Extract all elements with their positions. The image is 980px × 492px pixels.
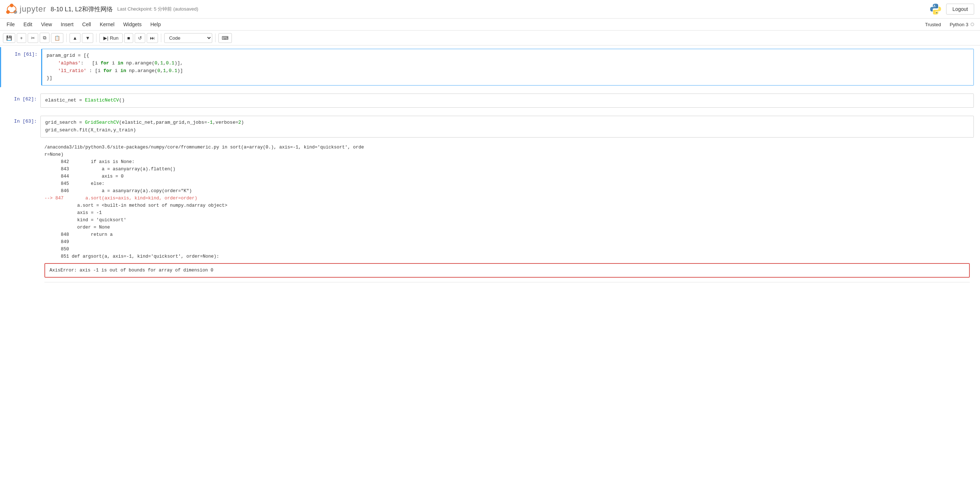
output-63-prompt [0,141,40,283]
paste-button[interactable]: 📋 [51,33,64,43]
save-icon: 💾 [6,35,12,41]
cell-61-code: param_grid = [{ 'alphas': [i for i in np… [42,49,974,85]
cell-type-select[interactable]: Code Markdown Raw NBConvert [164,33,212,43]
logout-button[interactable]: Logout [946,4,974,14]
cell-61[interactable]: In [61]: param_grid = [{ 'alphas': [i fo… [0,47,980,87]
cell-62-input: In [62]: elastic_net = ElasticNetCV() [0,92,980,109]
error-message-box: AxisError: axis -1 is out of bounds for … [45,263,970,278]
toolbar-sep-2 [96,33,97,42]
python-logo-icon [929,3,942,15]
restart-run-button[interactable]: ⏭ [147,33,158,43]
copy-icon: ⧉ [43,35,46,41]
keyboard-shortcut-button[interactable]: ⌨ [218,33,232,43]
traceback-line-7: 846 a = asanyarray(a).copy(order="K") [45,187,970,195]
stop-button[interactable]: ■ [124,33,134,43]
stop-icon: ■ [127,35,130,41]
menu-edit[interactable]: Edit [20,20,36,29]
menu-widgets[interactable]: Widgets [119,20,145,29]
cell-63-prompt: In [63]: [0,116,40,138]
cut-button[interactable]: ✂ [28,33,38,43]
svg-point-5 [936,13,937,13]
save-button[interactable]: 💾 [3,33,15,43]
menu-view[interactable]: View [38,20,56,29]
cell-63-input: In [63]: grid_search = GridSearchCV(elas… [0,114,980,139]
menu-cell[interactable]: Cell [79,20,95,29]
run-icon: ▶| [103,35,108,41]
move-down-button[interactable]: ▼ [82,33,93,43]
notebook-content: In [61]: param_grid = [{ 'alphas': [i fo… [0,47,980,283]
cell-61-prompt: In [61]: [1,49,41,86]
menubar: File Edit View Insert Cell Kernel Widget… [0,19,980,30]
cell-63[interactable]: In [63]: grid_search = GridSearchCV(elas… [0,114,980,140]
move-up-button[interactable]: ▲ [70,33,81,43]
traceback-line-5: 844 axis = 0 [45,173,970,180]
cut-icon: ✂ [31,35,35,41]
menu-kernel[interactable]: Kernel [96,20,118,29]
paste-icon: 📋 [54,35,60,41]
add-cell-button[interactable]: + [17,33,26,43]
output-divider [45,282,970,283]
header: jupyter 8-10 L1, L2和弹性网络 Last Checkpoint… [0,0,980,19]
toolbar-sep-3 [161,33,161,42]
traceback-line-2: r=None) [45,151,970,158]
cell-63-code: grid_search = GridSearchCV(elastic_net,p… [41,116,974,137]
plus-icon: + [20,35,23,41]
traceback-line-14: 849 [45,238,970,246]
cell-61-content[interactable]: param_grid = [{ 'alphas': [i for i in np… [41,49,974,86]
svg-point-4 [934,5,935,6]
cell-61-input: In [61]: param_grid = [{ 'alphas': [i fo… [1,47,980,87]
traceback-arrow-line: --> 847 a.sort(axis=axis, kind=kind, ord… [45,195,970,202]
jupyter-logo-icon [6,3,18,15]
traceback-line-10: axis = -1 [45,209,970,216]
jupyter-logo: jupyter [6,3,46,15]
toolbar: 💾 + ✂ ⧉ 📋 ▲ ▼ ▶| Run [0,30,980,46]
jupyter-brand-text: jupyter [20,4,46,14]
run-button[interactable]: ▶| Run [99,33,123,43]
kernel-info: Python 3 [947,21,977,29]
copy-button[interactable]: ⧉ [40,33,49,43]
trusted-badge: Trusted [922,21,944,29]
keyboard-icon: ⌨ [222,35,229,41]
cell-63-content[interactable]: grid_search = GridSearchCV(elastic_net,p… [40,116,974,138]
error-message-text: AxisError: axis -1 is out of bounds for … [49,268,213,273]
traceback-line-16: 851 def argsort(a, axis=-1, kind='quicks… [45,253,970,260]
menu-file[interactable]: File [3,20,19,29]
traceback-line-13: 848 return a [45,231,970,238]
traceback-line-6: 845 else: [45,180,970,187]
traceback-line-3: 842 if axis is None: [45,158,970,165]
checkpoint-info: Last Checkpoint: 5 分钟前 (autosaved) [117,6,199,13]
restart-icon: ↺ [138,35,142,41]
traceback-line-15: 850 [45,246,970,253]
menubar-right: Trusted Python 3 [922,21,977,29]
notebook-title[interactable]: 8-10 L1, L2和弹性网络 [51,5,113,13]
fast-forward-icon: ⏭ [150,35,155,41]
cell-62-content[interactable]: elastic_net = ElasticNetCV() [40,94,974,108]
kernel-status-dot [970,22,974,26]
traceback-line-11: kind = 'quicksort' [45,216,970,224]
run-label: Run [110,35,119,41]
header-left: jupyter 8-10 L1, L2和弹性网络 Last Checkpoint… [6,3,199,15]
arrow-down-icon: ▼ [85,35,90,41]
traceback-line-9: a.sort = <built-in method sort of numpy.… [45,202,970,209]
arrow-up-icon: ▲ [73,35,78,41]
traceback-line-12: order = None [45,224,970,231]
output-63-content: /anaconda3/lib/python3.6/site-packages/n… [40,141,974,283]
traceback-line-4: 843 a = asanyarray(a).flatten() [45,165,970,173]
header-right: Logout [929,3,974,15]
traceback-line-1: /anaconda3/lib/python3.6/site-packages/n… [45,144,970,151]
traceback-output: /anaconda3/lib/python3.6/site-packages/n… [45,144,970,260]
restart-button[interactable]: ↺ [135,33,145,43]
cell-62[interactable]: In [62]: elastic_net = ElasticNetCV() [0,92,980,110]
menu-insert[interactable]: Insert [57,20,77,29]
kernel-name: Python 3 [950,22,968,27]
cell-62-code: elastic_net = ElasticNetCV() [41,94,974,107]
menu-help[interactable]: Help [147,20,165,29]
toolbar-sep-1 [66,33,67,42]
output-63: /anaconda3/lib/python3.6/site-packages/n… [0,141,980,283]
cell-62-prompt: In [62]: [0,94,40,108]
